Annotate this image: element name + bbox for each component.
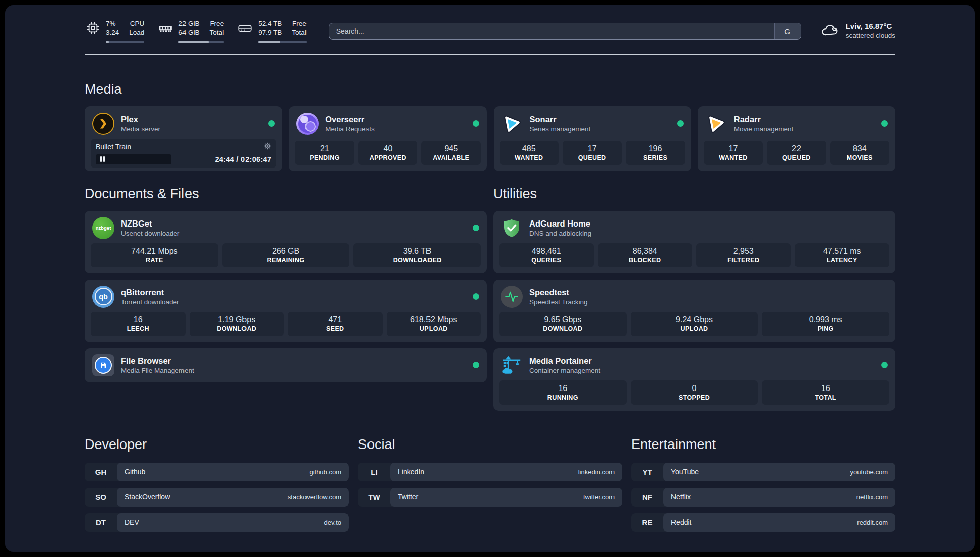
app-title: qBittorrent <box>121 288 179 297</box>
memory-icon <box>157 22 173 35</box>
app-subtitle: Movie management <box>734 125 794 133</box>
stat-box: 16LEECH <box>91 312 186 336</box>
stat-row: 16RUNNING 0STOPPED 16TOTAL <box>493 380 895 411</box>
memory-labels: Free Total <box>210 19 224 37</box>
bookmark-abbr: GH <box>85 463 117 481</box>
qbittorrent-icon: qb <box>92 286 114 308</box>
sonarr-icon <box>501 113 523 135</box>
stat-box: 17WANTED <box>704 141 763 165</box>
plex-icon <box>92 113 114 135</box>
stat-box: 47.571 msLATENCY <box>795 243 890 267</box>
stat-box: 498,461QUERIES <box>499 243 594 267</box>
overseerr-icon <box>296 113 319 135</box>
app-card-plex[interactable]: Plex Media server Bullet Train <box>85 106 282 171</box>
section-title-documents: Documents & Files <box>85 186 487 202</box>
cpu-progress-bar <box>106 41 144 43</box>
search-engine-button[interactable]: G <box>774 23 801 39</box>
app-title: Speedtest <box>529 288 588 297</box>
stat-box: 0.993 msPING <box>762 312 889 336</box>
memory-progress-bar <box>178 41 224 43</box>
bookmark-abbr: LI <box>358 463 390 481</box>
app-card-radarr[interactable]: Radarr Movie management 17WANTED 22QUEUE… <box>698 106 895 171</box>
stat-row: 744.21 MbpsRATE 266 GBREMAINING 39.6 TBD… <box>85 243 487 273</box>
app-card-filebrowser[interactable]: File Browser Media File Management <box>85 348 487 382</box>
app-subtitle: Usenet downloader <box>121 230 179 237</box>
bookmark-youtube[interactable]: YT YouTubeyoutube.com <box>631 463 895 481</box>
stat-box: 17QUEUED <box>563 141 622 165</box>
stat-box: 618.52 MbpsUPLOAD <box>387 312 481 336</box>
app-card-overseerr[interactable]: Overseerr Media Requests 21PENDING 40APP… <box>289 106 486 171</box>
stat-box: 471SEED <box>288 312 383 336</box>
section-title-entertainment: Entertainment <box>631 437 895 453</box>
now-playing-widget: Bullet Train 24:44 / 02:06:47 <box>91 139 276 168</box>
nzbget-icon: nzbget <box>92 217 114 239</box>
app-title: Radarr <box>734 115 794 124</box>
media-card-grid: Plex Media server Bullet Train <box>85 106 895 171</box>
bookmark-netflix[interactable]: NF Netflixnetflix.com <box>631 488 895 507</box>
status-dot <box>881 362 888 368</box>
app-card-portainer[interactable]: Media Portainer Container management 16R… <box>493 348 895 411</box>
disk-metric: 52.4 TB 97.9 TB Free Total <box>237 19 307 43</box>
status-dot <box>881 120 888 127</box>
speedtest-pulse-icon <box>501 286 523 308</box>
disk-labels: Free Total <box>292 19 307 37</box>
stat-box: 9.65 GbpsDOWNLOAD <box>499 312 627 336</box>
section-title-utilities: Utilities <box>493 186 895 202</box>
app-title: NZBGet <box>121 219 179 229</box>
cpu-labels: CPU Load <box>129 19 144 37</box>
bookmark-abbr: SO <box>85 488 117 507</box>
app-title: AdGuard Home <box>529 219 591 229</box>
app-card-speedtest[interactable]: Speedtest Speedtest Tracking 9.65 GbpsDO… <box>493 280 895 342</box>
search-bar[interactable]: G <box>329 23 801 40</box>
social-column: Social LI LinkedInlinkedin.com TW Twitte… <box>358 437 622 532</box>
stat-box: 485WANTED <box>500 141 559 165</box>
bookmark-twitter[interactable]: TW Twittertwitter.com <box>358 488 622 507</box>
bookmark-abbr: RE <box>631 513 663 532</box>
search-input[interactable] <box>329 23 774 39</box>
pause-indicator <box>96 154 171 164</box>
status-dot <box>473 362 479 368</box>
developer-column: Developer GH Githubgithub.com SO StackOv… <box>85 437 349 532</box>
gear-icon[interactable] <box>264 142 271 151</box>
stat-row: 17WANTED 22QUEUED 834MOVIES <box>698 141 895 171</box>
app-subtitle: Media server <box>121 125 160 133</box>
dashboard-frame: 7% 3.24 CPU Load <box>5 5 975 552</box>
cloud-icon <box>820 22 839 39</box>
cpu-values: 7% 3.24 <box>106 19 119 37</box>
app-title: File Browser <box>121 356 194 366</box>
bookmark-abbr: YT <box>631 463 663 481</box>
app-subtitle: Container management <box>529 367 600 374</box>
app-subtitle: Media File Management <box>121 367 194 374</box>
cpu-metric: 7% 3.24 CPU Load <box>85 19 144 43</box>
stat-row: 21PENDING 40APPROVED 945AVAILABLE <box>289 141 486 171</box>
status-dot <box>268 120 275 127</box>
stat-box: 2,953FILTERED <box>696 243 791 267</box>
stat-box: 945AVAILABLE <box>421 141 480 165</box>
app-card-qbittorrent[interactable]: qb qBittorrent Torrent downloader 16LEEC… <box>85 280 487 342</box>
bookmark-stackoverflow[interactable]: SO StackOverflowstackoverflow.com <box>85 488 349 507</box>
app-subtitle: DNS and adblocking <box>529 230 591 237</box>
stat-box: 40APPROVED <box>358 141 417 165</box>
status-dot <box>473 225 479 231</box>
filebrowser-icon <box>92 354 114 376</box>
stat-box: 22QUEUED <box>767 141 826 165</box>
stat-box: 266 GBREMAINING <box>222 243 350 267</box>
bookmark-linkedin[interactable]: LI LinkedInlinkedin.com <box>358 463 622 481</box>
app-card-nzbget[interactable]: nzbget NZBGet Usenet downloader 744.21 M… <box>85 211 487 273</box>
disk-values: 52.4 TB 97.9 TB <box>258 19 282 37</box>
bookmark-reddit[interactable]: RE Redditreddit.com <box>631 513 895 532</box>
stat-box: 834MOVIES <box>830 141 889 165</box>
bookmark-github[interactable]: GH Githubgithub.com <box>85 463 349 481</box>
system-metrics: 7% 3.24 CPU Load <box>85 19 307 43</box>
stat-row: 16LEECH 1.19 GbpsDOWNLOAD 471SEED 618.52… <box>85 312 487 342</box>
app-subtitle: Torrent downloader <box>121 298 179 306</box>
app-card-sonarr[interactable]: Sonarr Series management 485WANTED 17QUE… <box>494 106 691 171</box>
entertainment-column: Entertainment YT YouTubeyoutube.com NF N… <box>631 437 895 532</box>
bookmark-dev[interactable]: DT DEVdev.to <box>85 513 349 532</box>
app-card-adguard[interactable]: AdGuard Home DNS and adblocking 498,461Q… <box>493 211 895 273</box>
weather-condition: scattered clouds <box>846 31 895 40</box>
app-title: Media Portainer <box>529 356 600 366</box>
portainer-crane-icon <box>501 354 523 376</box>
stat-box: 1.19 GbpsDOWNLOAD <box>190 312 284 336</box>
memory-values: 22 GiB 64 GiB <box>178 19 199 37</box>
